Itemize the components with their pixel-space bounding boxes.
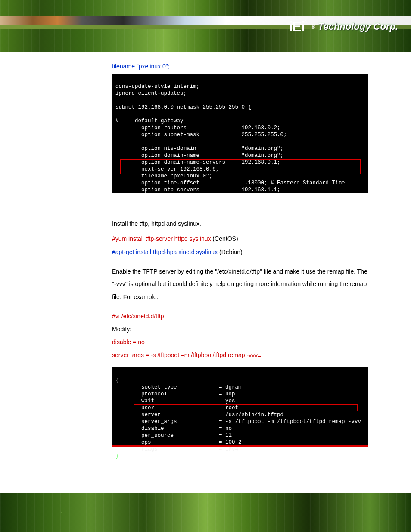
filename-config-line: filename "pxelinux.0";: [112, 62, 368, 71]
modify-label: Modify:: [112, 325, 368, 334]
apt-command: #apt-get install tftpd-hpa xinetd syslin…: [112, 249, 218, 255]
yum-command-line: #yum install tftp-server httpd syslinux …: [112, 234, 368, 243]
install-intro: Install the tftp, httpd and syslinux.: [112, 219, 368, 228]
dhcpd-config-terminal: ddns-update-style interim; ignore client…: [112, 74, 368, 193]
brand-logo: iEi∴: [289, 18, 308, 35]
apt-command-line: #apt-get install tftpd-hpa xinetd syslin…: [112, 248, 368, 257]
footer-pattern: [0, 493, 411, 532]
server-args-line: server_args = -s /tftpboot –m /tftpboot/…: [112, 351, 368, 360]
enable-tftp-paragraph: Enable the TFTP server by editing the "/…: [112, 265, 368, 303]
apt-note: (Debian): [218, 249, 243, 255]
xinetd-config-terminal: { socket_type = dgram protocol = udp wai…: [112, 367, 368, 447]
registered-symbol: ®: [311, 23, 315, 30]
vi-command: #vi /etc/xinetd.d/tftp: [112, 312, 368, 321]
page-header-band: iEi∴ ® Technology Corp.: [0, 0, 411, 52]
document-content: filename "pxelinux.0"; ddns-update-style…: [0, 52, 411, 447]
modify-block: #vi /etc/xinetd.d/tftp Modify: disable =…: [112, 312, 368, 360]
disable-line: disable = no: [112, 338, 368, 347]
page-footer-band: [0, 493, 411, 532]
yum-note: (CentOS): [211, 235, 238, 242]
brand-block: iEi∴ ® Technology Corp.: [289, 18, 398, 35]
brand-name: Technology Corp.: [318, 21, 398, 32]
yum-command: #yum install tftp-server httpd syslinux: [112, 235, 211, 242]
